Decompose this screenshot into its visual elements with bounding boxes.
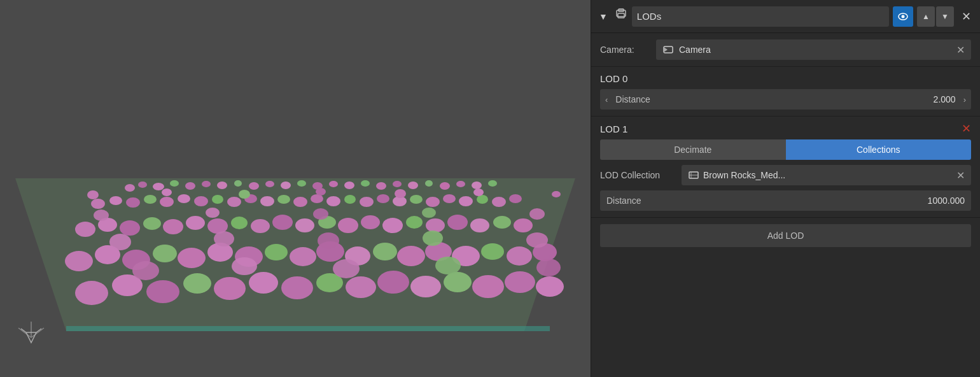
lod1-collections-tab[interactable]: Collections [786,139,972,160]
svg-point-66 [382,218,403,233]
lod0-header: LOD 0 [600,73,971,84]
svg-point-48 [459,196,473,206]
svg-point-70 [470,218,489,232]
svg-point-111 [529,208,545,220]
lod1-distance-value: 1000.000 [928,196,965,206]
svg-point-127 [473,188,484,196]
lod1-tab-row: Decimate Collections [600,139,971,160]
svg-point-71 [493,216,511,229]
svg-point-69 [447,215,468,230]
svg-point-107 [94,210,109,221]
svg-point-19 [393,181,402,187]
visibility-toggle-button[interactable] [893,6,913,27]
svg-point-100 [377,271,409,294]
svg-point-116 [526,232,548,248]
svg-point-112 [109,234,131,250]
lod0-distance-increase-button[interactable]: › [958,89,971,110]
add-lod-button[interactable]: Add LOD [600,224,971,247]
svg-point-2 [125,184,135,192]
svg-point-110 [422,208,436,218]
svg-point-3 [138,181,147,188]
svg-point-88 [481,243,504,260]
svg-point-60 [251,219,270,233]
add-lod-section: Add LOD [591,218,980,253]
svg-point-139 [902,15,905,18]
svg-point-51 [509,194,522,203]
svg-point-108 [206,208,220,218]
lod0-distance-label: Distance [613,94,933,104]
svg-point-62 [295,218,314,232]
svg-rect-106 [66,326,550,331]
svg-point-99 [346,276,376,298]
lod0-distance-field[interactable]: ‹ Distance 2.000 › [600,89,971,110]
order-arrows: ▲ ▼ [917,6,954,27]
svg-point-97 [281,276,313,299]
svg-rect-136 [618,13,624,18]
svg-point-68 [426,218,445,232]
panel-header: ▼ ▲ ▼ ✕ [591,0,980,33]
lod0-distance-decrease-button[interactable]: ‹ [600,89,613,110]
svg-point-32 [194,196,208,206]
svg-point-43 [377,194,389,203]
lod1-decimate-tab[interactable]: Decimate [600,139,786,160]
svg-point-94 [183,273,211,294]
svg-point-103 [472,275,504,298]
svg-point-15 [329,181,338,187]
svg-point-30 [160,197,174,207]
svg-point-23 [456,181,465,187]
svg-point-119 [333,259,360,278]
svg-point-124 [239,190,250,199]
svg-point-45 [410,195,423,204]
svg-point-73 [65,251,93,271]
camera-clear-button[interactable]: ✕ [956,44,965,56]
svg-point-104 [505,271,535,293]
panel-type-icon [614,8,628,25]
svg-point-36 [260,196,274,206]
viewport-3d[interactable] [0,0,591,377]
lod0-section: LOD 0 ‹ Distance 2.000 › [591,67,980,117]
svg-point-117 [132,261,159,280]
svg-point-93 [146,280,179,303]
svg-point-125 [316,188,326,196]
panel-close-button[interactable]: ✕ [958,8,975,25]
svg-point-54 [120,220,140,236]
lod1-collection-value: Brown Rocks_Med... [703,170,953,180]
svg-point-85 [397,246,425,266]
svg-point-18 [376,182,386,190]
svg-point-46 [426,197,440,207]
svg-point-113 [214,231,234,246]
lod1-title: LOD 1 [600,124,627,134]
lod1-collection-picker[interactable]: Brown Rocks_Med... ✕ [682,165,971,185]
svg-point-22 [440,182,450,190]
svg-point-21 [425,180,433,187]
svg-point-25 [488,180,497,187]
camera-label: Camera: [600,45,651,55]
svg-point-118 [232,257,257,275]
svg-point-115 [423,231,443,246]
lod1-distance-label: Distance [606,196,928,206]
svg-point-8 [217,181,227,189]
lod1-distance-row[interactable]: Distance 1000.000 [600,190,971,211]
svg-point-84 [373,243,397,260]
lod1-collection-label: LOD Collection [600,170,676,180]
svg-point-61 [272,215,293,230]
svg-point-38 [293,197,307,207]
svg-point-121 [536,259,561,276]
svg-point-7 [202,181,211,187]
svg-point-89 [507,246,532,266]
svg-point-24 [472,181,482,189]
lod1-collection-clear-button[interactable]: ✕ [956,169,965,181]
move-up-button[interactable]: ▲ [917,6,935,27]
collapse-button[interactable]: ▼ [596,10,610,23]
svg-point-102 [444,272,472,292]
lod1-remove-button[interactable]: ✕ [962,123,971,134]
panel-name-input[interactable] [632,6,889,27]
svg-point-26 [91,199,105,209]
camera-picker[interactable]: Camera ✕ [656,39,971,60]
svg-point-55 [143,217,161,230]
camera-value: Camera [679,45,711,55]
move-down-button[interactable]: ▼ [936,6,954,27]
svg-point-10 [249,182,259,190]
svg-point-64 [338,218,358,233]
svg-point-77 [178,248,206,268]
